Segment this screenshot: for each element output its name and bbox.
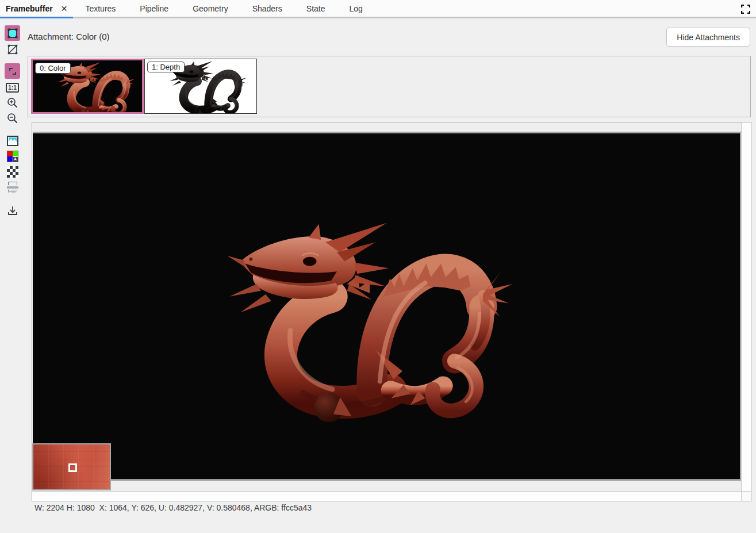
zoom-out-icon bbox=[7, 113, 18, 124]
texture-view-icon bbox=[7, 135, 18, 147]
tab-state[interactable]: State bbox=[294, 0, 337, 17]
pixel-info-status: W: 2204 H: 1080 X: 1064, Y: 626, U: 0.48… bbox=[34, 503, 312, 512]
fullscreen-icon[interactable] bbox=[740, 4, 751, 14]
color-channels-button[interactable]: A bbox=[5, 148, 20, 164]
attachment-thumbnail-color[interactable]: 0: Color bbox=[31, 59, 144, 114]
tab-geometry[interactable]: Geometry bbox=[181, 0, 240, 17]
hide-attachments-button[interactable]: Hide Attachments bbox=[666, 28, 750, 47]
texture-view-button[interactable] bbox=[5, 133, 20, 148]
attachment-label-depth: 1: Depth bbox=[147, 62, 185, 72]
viewer-toolbar: 1:1 A bbox=[0, 18, 25, 533]
tab-pipeline[interactable]: Pipeline bbox=[128, 0, 181, 17]
tab-log[interactable]: Log bbox=[337, 0, 375, 17]
zoom-out-button[interactable] bbox=[5, 110, 20, 126]
framebuffer-image[interactable] bbox=[33, 132, 741, 481]
background-color-icon bbox=[7, 28, 18, 39]
attachment-label-color: 0: Color bbox=[35, 63, 71, 74]
range-control-icon bbox=[7, 182, 18, 193]
range-control-button[interactable] bbox=[5, 179, 20, 195]
horizontal-scrollbar[interactable] bbox=[32, 491, 741, 501]
close-icon[interactable]: ✕ bbox=[59, 4, 70, 13]
actual-size-button[interactable]: 1:1 bbox=[5, 80, 20, 95]
tab-framebuffer-label: Framebuffer bbox=[6, 4, 53, 13]
tab-framebuffer[interactable]: Framebuffer ✕ bbox=[0, 0, 73, 18]
actual-size-icon: 1:1 bbox=[6, 83, 19, 93]
attachment-header-label: Attachment: Color (0) bbox=[28, 32, 110, 41]
color-channels-icon: A bbox=[7, 151, 18, 162]
tab-bar: Framebuffer ✕ Textures Pipeline Geometry… bbox=[0, 0, 756, 18]
attachments-strip: 0: Color 1: Depth bbox=[28, 56, 751, 117]
save-image-icon bbox=[7, 205, 18, 216]
tab-textures[interactable]: Textures bbox=[73, 0, 128, 17]
no-background-button[interactable] bbox=[5, 41, 20, 57]
save-image-button[interactable] bbox=[5, 202, 20, 218]
fit-to-window-icon bbox=[7, 66, 18, 76]
no-background-icon bbox=[7, 44, 18, 55]
zoom-in-icon bbox=[7, 97, 18, 108]
alpha-checkerboard-button[interactable] bbox=[5, 164, 20, 179]
fit-to-window-button[interactable] bbox=[5, 63, 20, 79]
alpha-checkerboard-icon bbox=[7, 166, 18, 178]
framebuffer-viewport bbox=[32, 122, 751, 501]
picked-pixel-marker bbox=[68, 463, 77, 472]
zoom-in-button[interactable] bbox=[5, 95, 20, 110]
tab-shaders[interactable]: Shaders bbox=[240, 0, 294, 17]
scrollbar-corner bbox=[741, 491, 751, 501]
pixel-magnifier-preview bbox=[32, 443, 111, 490]
vertical-scrollbar[interactable] bbox=[741, 122, 751, 491]
attachment-thumbnail-depth[interactable]: 1: Depth bbox=[144, 59, 257, 114]
rendered-dragon bbox=[224, 212, 518, 427]
background-color-button[interactable] bbox=[5, 25, 20, 41]
